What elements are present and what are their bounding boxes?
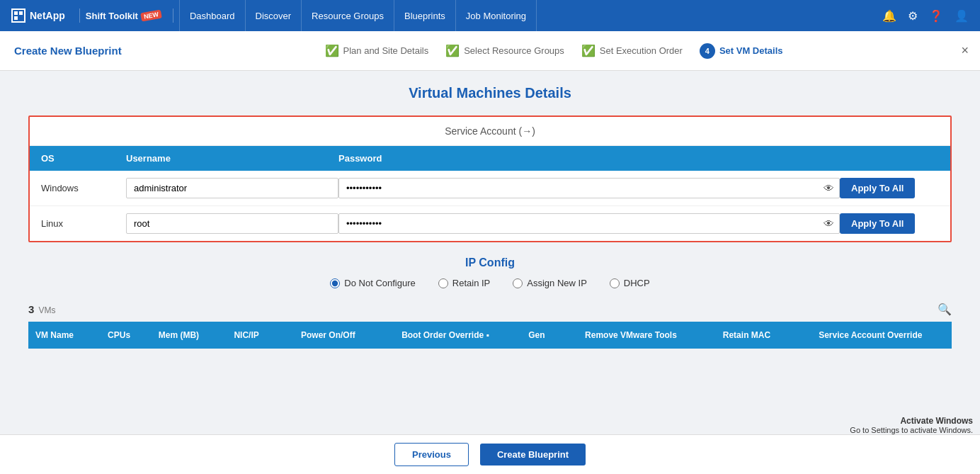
app-logo: NetApp bbox=[11, 9, 65, 23]
step4-label: Set VM Details bbox=[719, 45, 783, 56]
wizard-header: Create New Blueprint ✅ Plan and Site Det… bbox=[0, 31, 980, 71]
col-boot-order: Boot Order Override ▪ bbox=[375, 322, 515, 349]
sa-col-password: Password bbox=[338, 153, 840, 164]
search-icon[interactable]: 🔍 bbox=[938, 303, 952, 316]
col-power-onoff: Power On/Off bbox=[281, 322, 375, 349]
nav-blueprints[interactable]: Blueprints bbox=[394, 0, 456, 31]
ip-radio-assign-new-ip[interactable] bbox=[513, 278, 523, 288]
sa-col-username: Username bbox=[126, 153, 338, 164]
wizard-steps: ✅ Plan and Site Details ✅ Select Resourc… bbox=[142, 43, 966, 59]
nav-job-monitoring[interactable]: Job Monitoring bbox=[456, 0, 537, 31]
settings-icon[interactable]: ⚙ bbox=[908, 9, 918, 23]
ip-config-section: IP Config Do Not Configure Retain IP Ass… bbox=[28, 256, 952, 288]
sa-apply-linux-wrapper: Apply To All bbox=[840, 213, 939, 234]
ip-option-dhcp[interactable]: DHCP bbox=[610, 278, 650, 288]
col-nic-ip: NIC/IP bbox=[227, 322, 280, 349]
step1-check-icon: ✅ bbox=[325, 44, 339, 57]
svg-rect-3 bbox=[14, 16, 18, 20]
nav-resource-groups[interactable]: Resource Groups bbox=[302, 0, 394, 31]
ip-radio-dhcp[interactable] bbox=[610, 278, 620, 288]
help-icon[interactable]: ❓ bbox=[929, 9, 943, 23]
step1-label: Plan and Site Details bbox=[343, 45, 429, 56]
sa-password-linux-wrapper: 👁 bbox=[338, 213, 840, 234]
user-icon[interactable]: 👤 bbox=[955, 9, 969, 23]
page-title: Virtual Machines Details bbox=[28, 85, 952, 101]
step3-check-icon: ✅ bbox=[581, 44, 596, 57]
app-name: NetApp bbox=[30, 10, 65, 21]
wizard-title: Create New Blueprint bbox=[14, 45, 142, 57]
wizard-step-3: ✅ Set Execution Order bbox=[581, 44, 683, 57]
ip-option-assign-new-ip[interactable]: Assign New IP bbox=[513, 278, 587, 288]
eye-icon-windows[interactable]: 👁 bbox=[824, 182, 834, 194]
nav-dashboard[interactable]: Dashboard bbox=[179, 0, 246, 31]
ip-radio-group: Do Not Configure Retain IP Assign New IP… bbox=[28, 278, 952, 288]
nav-links: Dashboard Discover Resource Groups Bluep… bbox=[179, 0, 882, 31]
sa-password-windows-input[interactable] bbox=[338, 178, 840, 198]
ip-radio-retain-ip[interactable] bbox=[438, 278, 448, 288]
vms-header: 3 VMs 🔍 bbox=[28, 303, 952, 316]
sa-table-header: OS Username Password bbox=[30, 146, 950, 171]
eye-icon-linux[interactable]: 👁 bbox=[824, 218, 834, 230]
vms-section: 3 VMs 🔍 VM Name CPUs Mem (MB) NIC/IP Pow… bbox=[28, 303, 952, 349]
col-cpus: CPUs bbox=[101, 322, 152, 349]
sa-row-windows: Windows 👁 Apply To All bbox=[30, 171, 950, 206]
ip-config-title: IP Config bbox=[28, 256, 952, 269]
nav-divider-2 bbox=[173, 9, 173, 23]
ip-option-retain-ip[interactable]: Retain IP bbox=[438, 278, 490, 288]
col-vm-name: VM Name bbox=[28, 322, 101, 349]
nav-discover[interactable]: Discover bbox=[246, 0, 302, 31]
apply-to-all-windows-button[interactable]: Apply To All bbox=[840, 178, 915, 198]
sa-apply-windows-wrapper: Apply To All bbox=[840, 178, 939, 198]
step2-label: Select Resource Groups bbox=[464, 45, 564, 56]
col-gen: Gen bbox=[515, 322, 558, 349]
nav-divider-1 bbox=[79, 9, 80, 23]
apply-to-all-linux-button[interactable]: Apply To All bbox=[840, 213, 915, 234]
activate-windows-notice: Activate Windows Go to Settings to activ… bbox=[850, 416, 973, 434]
sa-username-windows-input[interactable] bbox=[126, 178, 338, 198]
ip-radio-do-not-configure[interactable] bbox=[330, 278, 340, 288]
sa-username-linux-wrapper bbox=[126, 213, 338, 234]
nav-right-icons: 🔔 ⚙ ❓ 👤 bbox=[882, 9, 969, 23]
sa-col-action bbox=[840, 153, 939, 164]
sa-password-linux-input[interactable] bbox=[338, 213, 840, 234]
col-mem-mb: Mem (MB) bbox=[152, 322, 227, 349]
col-service-account-override: Service Account Override bbox=[790, 322, 952, 349]
shift-toolkit-label: Shift Toolkit NEW bbox=[86, 11, 161, 21]
wizard-step-4: 4 Set VM Details bbox=[700, 43, 783, 59]
main-content: Virtual Machines Details Service Account… bbox=[0, 71, 980, 434]
service-account-box: Service Account (→) OS Username Password… bbox=[28, 115, 952, 242]
sa-username-linux-input[interactable] bbox=[126, 213, 338, 234]
ip-option-do-not-configure[interactable]: Do Not Configure bbox=[330, 278, 415, 288]
step4-number: 4 bbox=[700, 43, 715, 59]
col-remove-vmware-tools: Remove VMware Tools bbox=[558, 322, 705, 349]
vms-count: 3 VMs bbox=[28, 303, 56, 315]
step3-label: Set Execution Order bbox=[600, 45, 683, 56]
step2-check-icon: ✅ bbox=[445, 44, 460, 57]
wizard-step-1: ✅ Plan and Site Details bbox=[325, 44, 429, 57]
col-retain-mac: Retain MAC bbox=[704, 322, 789, 349]
svg-rect-1 bbox=[14, 11, 18, 15]
vm-table-header-row: VM Name CPUs Mem (MB) NIC/IP Power On/Of… bbox=[28, 322, 952, 349]
sa-col-os: OS bbox=[41, 153, 126, 164]
wizard-step-2: ✅ Select Resource Groups bbox=[445, 44, 564, 57]
sa-os-windows: Windows bbox=[41, 183, 126, 193]
sa-os-linux: Linux bbox=[41, 218, 126, 229]
svg-rect-2 bbox=[19, 11, 23, 15]
service-account-title: Service Account (→) bbox=[30, 117, 950, 146]
sa-username-windows-wrapper bbox=[126, 178, 338, 198]
netapp-logo-icon bbox=[11, 9, 25, 23]
vm-table: VM Name CPUs Mem (MB) NIC/IP Power On/Of… bbox=[28, 322, 952, 349]
sa-row-linux: Linux 👁 Apply To All bbox=[30, 206, 950, 241]
new-badge: NEW bbox=[140, 10, 162, 22]
close-button[interactable]: × bbox=[961, 43, 969, 58]
top-nav: NetApp Shift Toolkit NEW Dashboard Disco… bbox=[0, 0, 980, 31]
sa-password-windows-wrapper: 👁 bbox=[338, 178, 840, 198]
notification-icon[interactable]: 🔔 bbox=[882, 9, 896, 23]
